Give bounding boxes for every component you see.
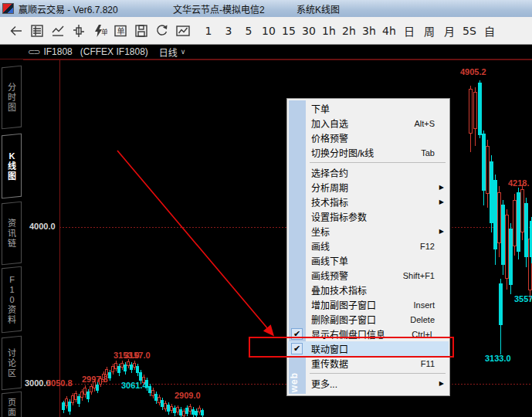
price-label: 3133.0 <box>485 354 511 363</box>
menu-item-重传数据[interactable]: 重传数据F11 <box>288 356 449 371</box>
kline-chart-area[interactable]: 4000.03000.04905.24218.35573133.03153.03… <box>23 59 532 417</box>
menu-item-label: 下单 <box>311 102 441 115</box>
menu-item-更多[interactable]: 更多...▶ <box>288 376 449 391</box>
sidebar-tab-K线图[interactable]: K线图 <box>2 134 22 199</box>
period-selector[interactable]: 日线 <box>159 46 178 59</box>
menu-item-label: 画线 <box>311 239 420 253</box>
period-button-3h[interactable]: 3h <box>359 25 379 37</box>
app-window: 赢顺云交易 - Ver6.7.820 文华云节点-模拟电信2 系统K线图 单单 … <box>0 0 532 417</box>
trend-line-icon[interactable] <box>48 21 68 41</box>
candle-body <box>478 83 482 135</box>
menu-item-shortcut: F12 <box>420 242 435 251</box>
svg-text:单: 单 <box>117 27 125 36</box>
menu-item-label: 坐标 <box>311 225 439 238</box>
quote-list-icon[interactable] <box>27 21 47 41</box>
contract-symbol[interactable]: IF1808 <box>43 46 72 57</box>
lightning-order-icon[interactable]: 单 <box>90 21 110 41</box>
refresh-icon[interactable] <box>152 21 172 41</box>
menu-item-增加副图子窗口[interactable]: 增加副图子窗口Insert <box>288 297 449 312</box>
period-button-2h[interactable]: 2h <box>339 25 359 37</box>
menu-item-切换分时图/k线[interactable]: 切换分时图/k线Tab <box>288 145 449 160</box>
price-label: 3557 <box>514 294 532 303</box>
back-arrow-icon[interactable] <box>6 21 26 41</box>
period-button-自[interactable]: 自 <box>479 23 500 39</box>
toolbar: 单单 1351015301h2h3h4h日周月5S自 <box>0 17 532 45</box>
period-button-5[interactable]: 5 <box>239 25 259 37</box>
menu-item-label: 画线预警 <box>311 269 403 282</box>
chart-window-icon[interactable] <box>173 21 193 41</box>
link-contract-icon[interactable]: ⊂⊃ <box>28 47 39 57</box>
price-label: 3157.0 <box>124 351 151 360</box>
app-logo-icon <box>2 3 14 14</box>
period-button-15[interactable]: 15 <box>279 25 299 37</box>
menu-item-shortcut: Insert <box>413 300 435 310</box>
menu-item-加入自选[interactable]: 加入自选Alt+S <box>288 116 449 131</box>
sidebar-tab-F10资料[interactable]: F10资料 <box>2 266 22 334</box>
menu-item-shortcut: F11 <box>421 359 435 368</box>
period-button-5S[interactable]: 5S <box>459 25 479 37</box>
submenu-arrow-icon: ▶ <box>439 184 444 191</box>
menu-item-联动窗口[interactable]: ✔联动窗口 <box>288 341 449 356</box>
price-label: 3061.4 <box>121 381 147 390</box>
kline-icon[interactable] <box>69 21 89 41</box>
menu-item-label: 切换分时图/k线 <box>311 146 421 159</box>
contract-exchange: (CFFEX IF1808) <box>80 46 148 57</box>
submenu-arrow-icon: ▶ <box>439 380 444 387</box>
period-button-1[interactable]: 1 <box>198 25 219 37</box>
period-button-日[interactable]: 日 <box>399 23 419 39</box>
menu-item-删除副图子窗口[interactable]: 删除副图子窗口Delete <box>288 312 449 327</box>
sidebar-tab-分时图[interactable]: 分时图 <box>2 66 22 130</box>
menu-item-坐标[interactable]: 坐标▶ <box>288 224 449 239</box>
price-label: 4905.2 <box>460 67 486 76</box>
menu-item-label: 技术指标 <box>311 195 439 208</box>
sidebar-tab-讨论区[interactable]: 讨论区 <box>2 336 22 391</box>
menu-item-label: 增加副图子窗口 <box>311 298 413 311</box>
menu-item-画线[interactable]: 画线F12 <box>288 239 449 253</box>
svg-text:单: 单 <box>101 28 107 36</box>
candle-body <box>96 385 99 391</box>
menu-item-价格预警[interactable]: 价格预警 <box>288 131 449 145</box>
menu-item-label: 价格预警 <box>311 131 441 144</box>
menu-item-显示右侧盘口信息[interactable]: ✔显示右侧盘口信息Ctrl+L <box>288 327 449 341</box>
menu-item-shortcut: Delete <box>410 315 435 324</box>
sidebar-tab-资讯链[interactable]: 资讯链 <box>2 202 22 266</box>
sidebar-tab-label: 分时图 <box>8 83 16 113</box>
menu-item-下单[interactable]: 下单 <box>288 101 449 116</box>
menu-item-画线预警[interactable]: 画线预警Shift+F1 <box>288 268 449 283</box>
chevron-down-icon[interactable]: ∨ <box>181 48 186 56</box>
menu-item-label: 设置指标参数 <box>311 210 441 223</box>
menu-item-shortcut: Tab <box>421 148 435 158</box>
menu-item-技术指标[interactable]: 技术指标▶ <box>288 195 449 209</box>
sidebar-tab-label: 资讯链 <box>8 219 16 249</box>
order-panel-icon[interactable]: 单 <box>110 21 130 41</box>
period-button-3[interactable]: 3 <box>219 25 239 37</box>
menu-item-设置指标参数[interactable]: 设置指标参数 <box>288 209 449 224</box>
menu-item-label: 选择合约 <box>311 166 441 179</box>
period-button-1h[interactable]: 1h <box>319 25 339 37</box>
menu-item-label: 画线下单 <box>311 254 441 267</box>
period-button-周[interactable]: 周 <box>419 23 439 39</box>
sidebar-tab-页面下单[interactable]: 页面下单 <box>2 392 22 417</box>
candle-body <box>473 92 477 129</box>
period-button-30[interactable]: 30 <box>299 25 319 37</box>
menu-item-画线下单[interactable]: 画线下单 <box>288 253 449 268</box>
price-label: 2909.0 <box>175 391 201 400</box>
menu-item-叠加技术指标[interactable]: 叠加技术指标 <box>288 283 449 297</box>
menu-item-label: 重传数据 <box>311 357 421 370</box>
menu-item-label: 删除副图子窗口 <box>311 313 410 326</box>
period-button-月[interactable]: 月 <box>439 23 459 39</box>
period-button-10[interactable]: 10 <box>259 25 279 37</box>
menu-item-选择合约[interactable]: 选择合约 <box>288 165 449 180</box>
menu-item-label: 更多... <box>311 377 439 390</box>
window-title: 系统K线图 <box>296 2 340 15</box>
save-icon[interactable] <box>131 21 151 41</box>
candle-body <box>108 372 111 378</box>
checkmark-icon: ✔ <box>291 328 303 340</box>
price-label: 3050.8 <box>46 378 73 388</box>
menu-item-label: 联动窗口 <box>311 342 441 355</box>
period-button-4h[interactable]: 4h <box>379 25 399 37</box>
menu-item-shortcut: Shift+F1 <box>403 271 435 280</box>
contract-bar: ⊂⊃ IF1808 (CFFEX IF1808) 日线 ∨ <box>0 45 532 59</box>
menu-item-分析周期[interactable]: 分析周期▶ <box>288 180 449 195</box>
submenu-arrow-icon: ▶ <box>439 228 444 235</box>
